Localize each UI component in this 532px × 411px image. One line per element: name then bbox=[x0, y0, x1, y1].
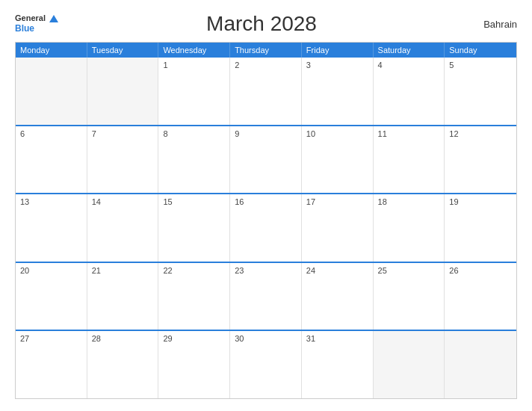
day-cell: 23 bbox=[230, 263, 302, 330]
day-number: 28 bbox=[92, 334, 101, 343]
day-number: 29 bbox=[163, 334, 172, 343]
day-cell: 20 bbox=[16, 263, 87, 330]
day-cell: 13 bbox=[16, 194, 87, 262]
day-header-sunday: Sunday bbox=[445, 43, 516, 58]
logo-general: General bbox=[15, 13, 58, 23]
day-number: 18 bbox=[378, 197, 387, 206]
day-number: 4 bbox=[378, 61, 383, 69]
day-header-saturday: Saturday bbox=[374, 43, 445, 58]
day-header-thursday: Thursday bbox=[230, 43, 302, 58]
day-cell: 11 bbox=[374, 126, 445, 194]
day-cell: 25 bbox=[374, 263, 445, 330]
logo-blue-text: Blue bbox=[15, 23, 58, 34]
day-cell: 14 bbox=[87, 194, 159, 262]
day-cell: 8 bbox=[158, 126, 230, 194]
day-number: 23 bbox=[235, 266, 244, 275]
day-number: 13 bbox=[20, 197, 29, 206]
day-cell: 30 bbox=[230, 331, 302, 398]
week-row-3: 13141516171819 bbox=[16, 193, 516, 262]
day-cell: 17 bbox=[302, 194, 374, 262]
day-header-monday: Monday bbox=[16, 43, 87, 58]
day-number: 10 bbox=[306, 129, 315, 138]
day-cell bbox=[374, 331, 445, 398]
day-cell: 1 bbox=[158, 58, 230, 125]
logo: General Blue bbox=[15, 13, 58, 34]
week-row-5: 2728293031 bbox=[16, 330, 516, 398]
day-number: 19 bbox=[449, 197, 458, 206]
week-row-1: 12345 bbox=[16, 58, 516, 125]
country-label: Bahrain bbox=[465, 19, 517, 30]
day-cell: 12 bbox=[445, 126, 516, 194]
day-number: 3 bbox=[306, 61, 311, 69]
day-number: 11 bbox=[378, 129, 387, 138]
day-cell bbox=[445, 331, 516, 398]
logo-general-text: General bbox=[15, 13, 46, 22]
day-cell: 9 bbox=[230, 126, 302, 194]
day-cell: 2 bbox=[230, 58, 302, 125]
day-cell: 10 bbox=[302, 126, 374, 194]
day-number: 21 bbox=[92, 266, 101, 275]
day-number: 15 bbox=[163, 197, 172, 206]
day-cell: 6 bbox=[16, 126, 87, 194]
calendar-title: March 2028 bbox=[58, 12, 465, 36]
day-number: 30 bbox=[235, 334, 244, 343]
day-number: 14 bbox=[92, 197, 101, 206]
calendar-body: 1234567891011121314151617181920212223242… bbox=[16, 58, 516, 398]
day-number: 12 bbox=[449, 129, 458, 138]
day-header-friday: Friday bbox=[302, 43, 374, 58]
day-number: 22 bbox=[163, 266, 172, 275]
day-cell: 16 bbox=[230, 194, 302, 262]
day-cell: 7 bbox=[87, 126, 159, 194]
day-number: 16 bbox=[235, 197, 244, 206]
day-cell: 28 bbox=[87, 331, 159, 398]
day-number: 27 bbox=[20, 334, 29, 343]
day-number: 17 bbox=[306, 197, 315, 206]
day-number: 20 bbox=[20, 266, 29, 275]
week-row-2: 6789101112 bbox=[16, 125, 516, 194]
day-cell: 29 bbox=[158, 331, 230, 398]
logo-triangle-icon bbox=[49, 15, 58, 22]
day-number: 26 bbox=[449, 266, 458, 275]
day-cell bbox=[16, 58, 87, 125]
day-number: 2 bbox=[235, 61, 239, 69]
day-cell: 21 bbox=[87, 263, 159, 330]
week-row-4: 20212223242526 bbox=[16, 262, 516, 330]
day-cell: 18 bbox=[374, 194, 445, 262]
day-header-tuesday: Tuesday bbox=[87, 43, 159, 58]
header: General Blue March 2028 Bahrain bbox=[15, 12, 517, 36]
day-number: 24 bbox=[306, 266, 315, 275]
day-number: 7 bbox=[92, 129, 96, 138]
day-number: 8 bbox=[163, 129, 167, 138]
day-cell: 4 bbox=[374, 58, 445, 125]
day-number: 5 bbox=[449, 61, 454, 69]
day-number: 1 bbox=[163, 61, 167, 69]
day-cell: 27 bbox=[16, 331, 87, 398]
calendar-page: General Blue March 2028 Bahrain MondayTu… bbox=[0, 0, 532, 411]
day-cell: 3 bbox=[302, 58, 374, 125]
day-cell: 15 bbox=[158, 194, 230, 262]
day-cell: 5 bbox=[445, 58, 516, 125]
day-cell: 26 bbox=[445, 263, 516, 330]
day-cell: 22 bbox=[158, 263, 230, 330]
day-number: 31 bbox=[306, 334, 315, 343]
day-cell: 19 bbox=[445, 194, 516, 262]
day-cell bbox=[87, 58, 159, 125]
calendar-header: MondayTuesdayWednesdayThursdayFridaySatu… bbox=[16, 43, 516, 58]
day-number: 6 bbox=[20, 129, 25, 138]
day-header-wednesday: Wednesday bbox=[158, 43, 230, 58]
calendar: MondayTuesdayWednesdayThursdayFridaySatu… bbox=[15, 42, 517, 399]
day-cell: 31 bbox=[302, 331, 374, 398]
day-cell: 24 bbox=[302, 263, 374, 330]
day-number: 9 bbox=[235, 129, 239, 138]
day-number: 25 bbox=[378, 266, 387, 275]
